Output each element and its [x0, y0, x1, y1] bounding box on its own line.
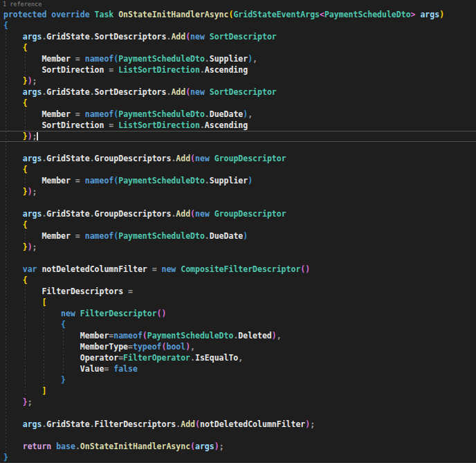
code-token: ListSortDirection [118, 120, 200, 130]
code-token: Supplier [210, 176, 248, 185]
code-token: . [205, 176, 210, 185]
code-token: . [200, 65, 205, 75]
code-line[interactable]: var notDeletedColumnFilter = new Composi… [0, 264, 476, 275]
code-line[interactable]: { [0, 164, 476, 175]
code-line[interactable]: [ [0, 297, 476, 308]
code-token [3, 109, 42, 119]
codelens-references[interactable]: 1 reference [0, 0, 476, 9]
code-token: } [61, 375, 66, 385]
code-token: args [23, 419, 42, 429]
code-token: ] [42, 386, 46, 396]
code-line[interactable]: }); [0, 131, 476, 142]
code-line[interactable]: ] [0, 385, 476, 397]
code-line[interactable]: new FilterDescriptor() [0, 308, 476, 319]
code-token: GridState [46, 32, 89, 42]
code-token: args [416, 10, 440, 19]
code-token: } [23, 131, 28, 141]
code-token: { [3, 21, 8, 30]
code-token: . [205, 231, 210, 241]
code-line[interactable]: return base.OnStateInitHandlerAsync(args… [0, 441, 476, 452]
code-line[interactable] [0, 197, 476, 208]
code-token: DueDate [210, 231, 243, 241]
code-editor[interactable]: 1 reference protected override Task OnSt… [0, 0, 476, 463]
code-line[interactable]: { [0, 42, 476, 53]
code-line[interactable] [0, 253, 476, 264]
code-token: Task [95, 10, 119, 19]
code-line[interactable]: { [0, 275, 476, 286]
code-line[interactable]: { [0, 319, 476, 330]
code-line[interactable]: Value= false [0, 363, 476, 374]
code-token: = [104, 120, 118, 130]
code-token: ( [195, 419, 200, 429]
code-line[interactable]: { [0, 20, 476, 31]
code-token: Add [171, 32, 185, 42]
code-token: = [71, 109, 85, 119]
code-token: . [90, 154, 95, 163]
code-line[interactable]: SortDirection = ListSortDirection.Ascend… [0, 120, 476, 131]
code-token: new [195, 154, 214, 163]
code-token: , [277, 331, 282, 341]
code-line[interactable]: Member = nameof(PaymentScheduleDto.Suppl… [0, 175, 476, 186]
code-token: . [190, 353, 195, 363]
code-line[interactable]: SortDirection = ListSortDirection.Ascend… [0, 64, 476, 75]
code-line[interactable]: Member = nameof(PaymentScheduleDto.DueDa… [0, 109, 476, 120]
code-line[interactable]: args.GridState.SortDescriptors.Add(new S… [0, 31, 476, 42]
code-line[interactable]: args.GridState.SortDescriptors.Add(new S… [0, 87, 476, 98]
code-line[interactable]: }); [0, 242, 476, 253]
code-token [3, 131, 23, 141]
code-line[interactable]: MemberType=typeof(bool), [0, 341, 476, 352]
code-token: GridState [46, 419, 89, 429]
code-line[interactable]: { [0, 219, 476, 230]
code-token [3, 331, 80, 341]
code-line[interactable]: } [0, 374, 476, 385]
code-token: args [23, 87, 42, 97]
code-token: PaymentScheduleDto [118, 54, 205, 64]
code-token [3, 397, 23, 407]
code-token: Member [42, 231, 71, 241]
code-token: } [23, 242, 28, 252]
code-token: PaymentScheduleDto [324, 10, 411, 19]
code-token: GroupDescriptors [95, 209, 172, 219]
code-line[interactable]: args.GridState.GroupDescriptors.Add(new … [0, 208, 476, 219]
code-token: base [56, 442, 75, 451]
code-token: DueDate [210, 109, 243, 119]
code-line[interactable]: FilterDescriptors = [0, 286, 476, 297]
code-token: var [23, 264, 42, 274]
code-line[interactable] [0, 430, 476, 441]
code-token: notDeletedColumnFilter [200, 419, 305, 429]
code-line[interactable]: Member = nameof(PaymentScheduleDto.Suppl… [0, 53, 476, 64]
code-token: = [104, 65, 118, 75]
code-line[interactable]: protected override Task OnStateInitHandl… [0, 9, 476, 20]
code-token: . [75, 442, 80, 451]
code-line[interactable]: }); [0, 186, 476, 197]
code-line[interactable]: }; [0, 397, 476, 408]
code-token: = [128, 342, 133, 352]
code-line[interactable]: Member=nameof(PaymentScheduleDto.Deleted… [0, 330, 476, 341]
code-line[interactable]: Operator=FilterOperator.IsEqualTo, [0, 352, 476, 363]
code-token: GridState [46, 154, 89, 163]
code-line[interactable]: Member = nameof(PaymentScheduleDto.DueDa… [0, 230, 476, 242]
code-line[interactable]: }); [0, 75, 476, 87]
code-token: SortDescriptors [95, 87, 167, 97]
code-line[interactable]: } [0, 452, 476, 463]
code-line[interactable]: args.GridState.GroupDescriptors.Add(new … [0, 153, 476, 164]
code-token: new [190, 32, 210, 42]
code-token: ListSortDirection [118, 65, 200, 75]
code-line[interactable]: args.GridState.FilterDescriptors.Add(not… [0, 419, 476, 430]
code-line[interactable] [0, 408, 476, 419]
code-token: PaymentScheduleDto [118, 176, 205, 185]
code-token [3, 220, 23, 230]
code-token: protected override [3, 10, 95, 19]
code-token: ) [243, 231, 248, 241]
code-token: . [205, 54, 210, 64]
code-line[interactable] [0, 142, 476, 153]
code-token [3, 209, 23, 219]
code-token: . [90, 87, 95, 97]
code-token: ) [28, 187, 33, 197]
code-token: Ascending [205, 120, 248, 130]
code-line[interactable]: { [0, 98, 476, 109]
code-token: { [23, 165, 28, 174]
code-token: CompositeFilterDescriptor [181, 264, 300, 274]
code-token: { [23, 275, 28, 285]
code-token: GridState [46, 209, 89, 219]
